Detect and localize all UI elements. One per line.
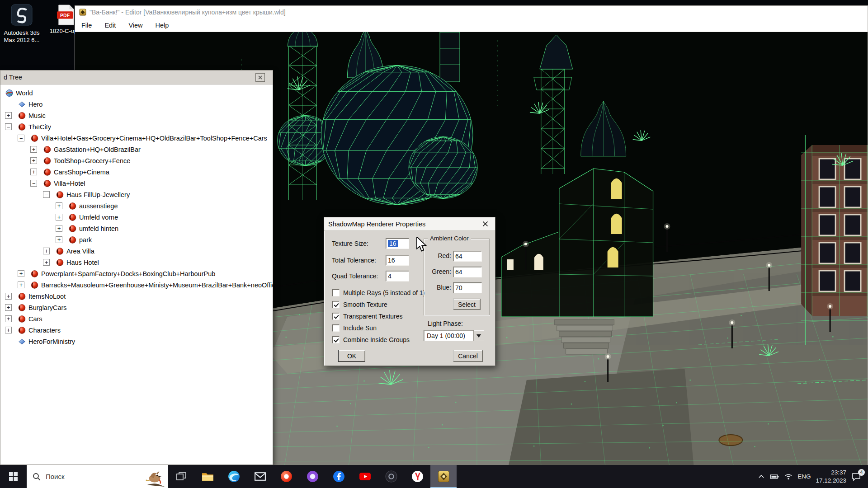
tree-item-hero[interactable]: Hero: [0, 99, 273, 110]
green-input[interactable]: 64: [453, 267, 482, 277]
network-icon[interactable]: [784, 473, 793, 480]
collapse-icon[interactable]: −: [18, 135, 24, 141]
dialog-close-button[interactable]: [479, 219, 491, 229]
facebook-taskbar-button[interactable]: [326, 465, 352, 488]
menu-file[interactable]: File: [75, 20, 98, 31]
taskbar-search-box[interactable]: Поиск: [27, 465, 168, 488]
checkbox-include-sun[interactable]: [332, 324, 340, 332]
tree-item-barracks-mausoleum-greenhouse-ministy-muse[interactable]: +Barracks+Mausoleum+Greenhouse+Ministy+M…: [0, 279, 273, 291]
expand-icon[interactable]: +: [18, 282, 24, 288]
expand-icon[interactable]: +: [18, 270, 24, 277]
language-indicator[interactable]: ENG: [797, 473, 811, 480]
taskbar: Поиск: [0, 465, 868, 488]
tree-item-heroforministry[interactable]: HeroForMinistry: [0, 336, 273, 347]
mouse-cursor: [416, 237, 428, 252]
tree-item-thecity[interactable]: −TheCity: [0, 121, 273, 132]
tree-item-aussenstiege[interactable]: +aussenstiege: [0, 200, 273, 211]
tree-item-toolshop-grocery-fence[interactable]: +ToolShop+Grocery+Fence: [0, 155, 273, 166]
desktop-icon-3dsmax[interactable]: Autodesk 3ds Max 2012 6...: [0, 4, 43, 44]
quad-tolerance-input[interactable]: 4: [386, 271, 409, 282]
expand-icon[interactable]: +: [56, 214, 62, 221]
dialog-title: ShadowMap Renderer Properties: [328, 221, 425, 228]
tree-item-haus-fillup-jewellery[interactable]: −Haus FillUp-Jewellery: [0, 189, 273, 200]
tree-item-music[interactable]: +Music: [0, 110, 273, 121]
tree-item-park[interactable]: +park: [0, 234, 273, 245]
light-phase-dropdown[interactable]: Day 1 (00:00): [424, 330, 484, 341]
tree-panel-close-button[interactable]: [255, 73, 265, 82]
expand-icon[interactable]: +: [30, 146, 37, 153]
tree-item-carsshop-cinema[interactable]: +CarsShop+Cinema: [0, 166, 273, 178]
tree-item-villa-hotel[interactable]: −Villa+Hotel: [0, 178, 273, 189]
file-explorer-taskbar-button[interactable]: [194, 465, 221, 488]
yandex-browser-taskbar-button[interactable]: [273, 465, 299, 488]
tree-item-umfeld-vorne[interactable]: +Umfeld vorne: [0, 211, 273, 223]
tree-item-world[interactable]: World: [0, 87, 273, 99]
expand-icon[interactable]: +: [56, 225, 62, 232]
youtube-taskbar-button[interactable]: [352, 465, 378, 488]
start-button[interactable]: [0, 465, 27, 488]
tree-item-label: Umfeld vorne: [79, 214, 118, 221]
editor-titlebar[interactable]: "Ва-Банк!" - Editor [VaВанкювелирный куп…: [75, 6, 868, 19]
dropdown-arrow-icon[interactable]: [473, 330, 484, 341]
ok-button[interactable]: OK: [338, 350, 365, 362]
action-center-button[interactable]: 4: [851, 472, 863, 482]
blue-input[interactable]: 70: [453, 282, 482, 293]
menu-edit[interactable]: Edit: [98, 20, 122, 31]
tree-item-burglarycars[interactable]: +BurglaryCars: [0, 302, 273, 313]
yandex-y-taskbar-button[interactable]: [404, 465, 430, 488]
tree-item-cars[interactable]: +Cars: [0, 313, 273, 324]
checkbox-label: Combine Inside Groups: [343, 336, 410, 343]
texture-size-input[interactable]: 16: [386, 238, 409, 249]
checkbox-transparent-textures[interactable]: [332, 313, 340, 320]
checkbox-smooth-texture[interactable]: [332, 301, 340, 308]
red-input[interactable]: 64: [453, 251, 482, 262]
cancel-button[interactable]: Cancel: [453, 350, 483, 362]
group-icon: [30, 281, 39, 289]
clock[interactable]: 23:37 17.12.2023: [816, 469, 846, 484]
select-color-button[interactable]: Select: [453, 299, 481, 310]
collapse-icon[interactable]: −: [43, 191, 50, 198]
tree-item-label: HeroForMinistry: [28, 338, 75, 345]
checkbox-multiple-rays-5-instead-of-1-[interactable]: [332, 289, 340, 296]
purple-app-taskbar-button[interactable]: [299, 465, 326, 488]
expand-icon[interactable]: +: [56, 236, 62, 243]
tree-item-area-villa[interactable]: +Area Villa: [0, 245, 273, 257]
tree-panel-title: d Tree: [4, 74, 22, 81]
search-placeholder: Поиск: [46, 473, 65, 480]
tree-panel-titlebar[interactable]: d Tree: [0, 70, 273, 84]
mail-taskbar-button[interactable]: [247, 465, 273, 488]
expand-icon[interactable]: +: [5, 112, 12, 119]
expand-icon[interactable]: +: [5, 315, 12, 322]
expand-icon[interactable]: +: [5, 327, 12, 333]
expand-icon[interactable]: +: [5, 304, 12, 311]
date-text: 17.12.2023: [816, 477, 846, 485]
expand-icon[interactable]: +: [56, 202, 62, 209]
task-view-button[interactable]: [168, 465, 194, 488]
field-label: Total Tolerance:: [332, 257, 376, 264]
collapse-icon[interactable]: −: [5, 123, 12, 130]
dark-app-taskbar-button[interactable]: [378, 465, 404, 488]
tree-item-label: Cars: [28, 315, 42, 323]
tree-item-powerplant-spamfactory-docks-boxingclub-ha[interactable]: +Powerplant+SpamFactory+Docks+BoxingClub…: [0, 268, 273, 279]
collapse-icon[interactable]: −: [30, 180, 37, 187]
expand-icon[interactable]: +: [5, 293, 12, 300]
checkbox-combine-inside-groups[interactable]: [332, 336, 340, 343]
editor-app-taskbar-button[interactable]: [430, 465, 457, 488]
battery-icon[interactable]: [770, 473, 779, 480]
expand-icon[interactable]: +: [30, 169, 37, 175]
tree-item-umfeld-hinten[interactable]: +umfeld hinten: [0, 223, 273, 234]
menu-view[interactable]: View: [122, 20, 149, 31]
tree-item-villa-hotel-gas-grocery-cinema-hq-oldbrazi[interactable]: −Villa+Hotel+Gas+Grocery+Cinema+HQ+OldBr…: [0, 132, 273, 144]
tray-chevron-icon[interactable]: [758, 473, 765, 480]
expand-icon[interactable]: +: [43, 248, 50, 254]
expand-icon[interactable]: +: [43, 259, 50, 266]
menu-help[interactable]: Help: [149, 20, 175, 31]
edge-browser-taskbar-button[interactable]: [221, 465, 247, 488]
expand-icon[interactable]: +: [30, 157, 37, 164]
tree-item-itemsnoloot[interactable]: +ItemsNoLoot: [0, 291, 273, 302]
tree-item-haus-hotel[interactable]: +Haus Hotel: [0, 257, 273, 268]
total-tolerance-input[interactable]: 16: [386, 255, 409, 266]
tree-item-characters[interactable]: +Characters: [0, 324, 273, 336]
tree-item-gasstation-hq-oldbrazilbar[interactable]: +GasStation+HQ+OldBrazilBar: [0, 144, 273, 155]
dialog-titlebar[interactable]: ShadowMap Renderer Properties: [324, 217, 495, 231]
